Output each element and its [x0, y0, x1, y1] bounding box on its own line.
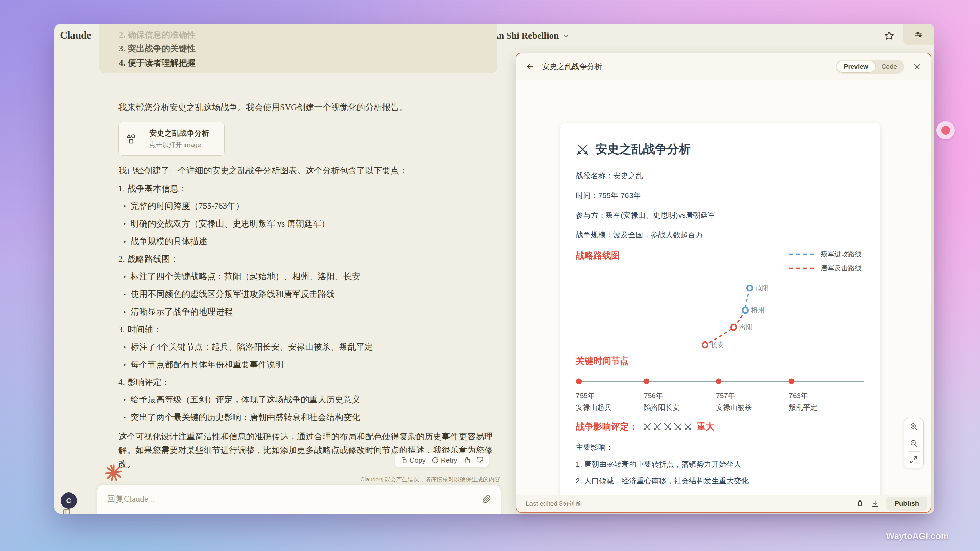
timeline: 755年安禄山起兵 756年陷洛阳长安 757年安禄山被杀 763年叛乱平定	[576, 377, 865, 419]
zoom-controls	[904, 418, 924, 468]
preview-code-toggle: Preview Code	[836, 60, 904, 74]
assistant-intro-text: 我来帮您分析安史之乱这场战争。我会使用SVG创建一个视觉化的分析报告。	[118, 101, 493, 114]
fullscreen-expand-button[interactable]	[904, 452, 923, 468]
message-actions-bar: Copy Retry	[395, 453, 489, 467]
close-artifact-button[interactable]	[913, 63, 921, 71]
artifact-panel-header: 安史之乱战争分析 Preview Code	[516, 53, 931, 80]
zoom-in-button[interactable]	[904, 418, 923, 435]
list-item: 2.战略路线图：	[118, 254, 493, 264]
legend-item-rebel: 叛军进攻路线	[789, 250, 862, 259]
user-message-line: 4. 便于读者理解把握	[119, 57, 196, 68]
city-label: 相州	[751, 306, 764, 314]
timeline-label: 756年陷洛阳长安	[644, 389, 679, 413]
artifact-card-title: 安史之乱战争分析	[150, 128, 224, 138]
red-dashed-line-icon	[789, 267, 815, 269]
city-node-changan	[702, 342, 708, 348]
timeline-dot	[576, 379, 582, 384]
thumbs-down-button[interactable]	[476, 457, 483, 464]
shapes-image-icon	[119, 122, 143, 156]
timeline-dot	[789, 379, 795, 384]
list-item: 1.战争基本信息：	[118, 184, 493, 194]
user-message-bubble: 2. 确保信息的准确性 3. 突出战争的关键性 4. 便于读者理解把握	[99, 24, 498, 73]
artifact-title: 安史之乱战争分析	[542, 62, 602, 72]
sword-rating	[643, 422, 693, 432]
city-node-xiangzhou	[743, 308, 748, 313]
artifact-preview-area: 安史之乱战争分析 战役名称：安史之乱 时间：755年-763年 参与方：叛军(安…	[516, 80, 931, 496]
city-node-luoyang	[731, 324, 737, 330]
route-map-heading: 战略路线图	[576, 250, 620, 262]
sword-icon	[673, 422, 682, 432]
user-avatar[interactable]: C	[60, 492, 77, 509]
analysis-points-list: 1.战争基本信息： •完整的时间跨度（755-763年） •明确的交战双方（安禄…	[118, 184, 493, 423]
legend-item-tang: 唐军反击路线	[789, 264, 862, 273]
composer-input[interactable]: 回复Claude...	[107, 493, 154, 504]
list-item: •使用不同颜色的虚线区分叛军进攻路线和唐军反击路线	[118, 289, 493, 300]
thumbs-down-icon	[476, 457, 483, 464]
thumbs-up-button[interactable]	[463, 457, 470, 464]
claude-starburst-logo	[104, 463, 123, 482]
artifact-panel-footer: Last edited 8分钟前 Publish	[516, 495, 931, 512]
zoom-out-button[interactable]	[904, 435, 923, 451]
timeline-label: 757年安禄山被杀	[716, 389, 752, 413]
list-item: 3.时间轴：	[118, 324, 493, 335]
crossed-swords-icon	[576, 143, 589, 156]
strategic-route-map: 范阳 相州 洛阳 长安	[576, 276, 865, 354]
battle-name-line: 战役名称：安史之乱	[576, 171, 865, 181]
tab-preview[interactable]: Preview	[837, 60, 875, 73]
city-label: 洛阳	[739, 324, 753, 331]
impact-grade: 重大	[697, 421, 714, 433]
timeline-axis	[576, 377, 865, 385]
timeline-heading: 关键时间节点	[576, 355, 865, 367]
message-composer[interactable]: 回复Claude... Claude 3.5 Sonnet Normal 2	[97, 485, 501, 514]
last-edited-text: Last edited 8分钟前	[526, 499, 582, 508]
artifact-attachment-card[interactable]: 安史之乱战争分析 点击以打开 image	[118, 122, 224, 156]
copy-button[interactable]: Copy	[401, 456, 426, 464]
timeline-dot	[716, 379, 722, 384]
impact-subheading: 主要影响：	[576, 442, 865, 453]
ai-disclaimer-text: Claude可能会产生错误，请谨慎核对以确保生成的内容	[344, 475, 500, 483]
floating-widget-button[interactable]	[937, 121, 955, 140]
download-artifact-button[interactable]	[871, 500, 879, 508]
list-item: •明确的交战双方（安禄山、史思明叛军 vs 唐朝廷军）	[118, 219, 493, 229]
impact-line: 1. 唐朝由盛转衰的重要转折点，藩镇势力开始坐大	[576, 459, 865, 469]
thumbs-up-icon	[463, 457, 470, 464]
copy-artifact-button[interactable]	[856, 500, 864, 508]
impact-line: 2. 人口锐减，经济重心南移，社会结构发生重大变化	[576, 476, 865, 486]
publish-button[interactable]: Publish	[886, 497, 927, 511]
list-item: •战争规模的具体描述	[118, 237, 493, 247]
artifact-card-subtitle: 点击以打开 image	[150, 140, 224, 149]
blue-dashed-line-icon	[789, 253, 815, 256]
chevron-down-icon	[563, 33, 569, 39]
claude-logo: Claude	[60, 29, 91, 41]
list-item: •完整的时间跨度（755-763年）	[118, 201, 493, 211]
attach-paperclip-icon[interactable]	[482, 495, 491, 503]
timeline-dot	[644, 379, 649, 384]
timeline-label: 755年安禄山起兵	[576, 389, 611, 413]
user-message-line: 3. 突出战争的关键性	[119, 43, 196, 54]
assistant-created-text: 我已经创建了一个详细的安史之乱战争分析图表。这个分析包含了以下要点：	[118, 164, 493, 178]
artifact-panel: 安史之乱战争分析 Preview Code 安史之乱战争分析 战役名称：安史之乱…	[515, 53, 931, 513]
list-item: •给予最高等级（五剑）评定，体现了这场战争的重大历史意义	[118, 395, 493, 405]
sword-icon	[643, 422, 652, 432]
back-arrow-button[interactable]	[526, 62, 535, 71]
copy-icon	[401, 457, 407, 464]
list-item: •标注了四个关键战略点：范阳（起始地）、相州、洛阳、长安	[118, 272, 493, 282]
sword-icon	[683, 422, 693, 432]
battle-parties-line: 参与方：叛军(安禄山、史思明)vs唐朝廷军	[576, 210, 865, 221]
svg-analysis-card: 安史之乱战争分析 战役名称：安史之乱 时间：755年-763年 参与方：叛军(安…	[560, 124, 880, 499]
list-item: •标注了4个关键节点：起兵、陷洛阳长安、安禄山被杀、叛乱平定	[118, 342, 493, 353]
star-conversation-button[interactable]	[884, 30, 894, 41]
list-item: •突出了两个最关键的历史影响：唐朝由盛转衰和社会结构变化	[118, 412, 493, 423]
watermark-text: WaytoAGI.com	[886, 531, 949, 541]
route-legend: 叛军进攻路线 唐军反击路线	[789, 250, 862, 273]
sidebar-toggle-icon[interactable]	[63, 508, 71, 514]
retry-button[interactable]: Retry	[432, 456, 457, 464]
list-item: •清晰显示了战争的地理进程	[118, 307, 493, 318]
settings-sliders-button[interactable]	[903, 24, 934, 45]
retry-icon	[432, 457, 439, 464]
assistant-message: 我来帮您分析安史之乱这场战争。我会使用SVG创建一个视觉化的分析报告。 安史之乱…	[118, 101, 493, 471]
tab-code[interactable]: Code	[875, 61, 903, 73]
battle-time-line: 时间：755年-763年	[576, 191, 865, 201]
sword-icon	[663, 422, 672, 432]
sword-icon	[653, 422, 662, 432]
